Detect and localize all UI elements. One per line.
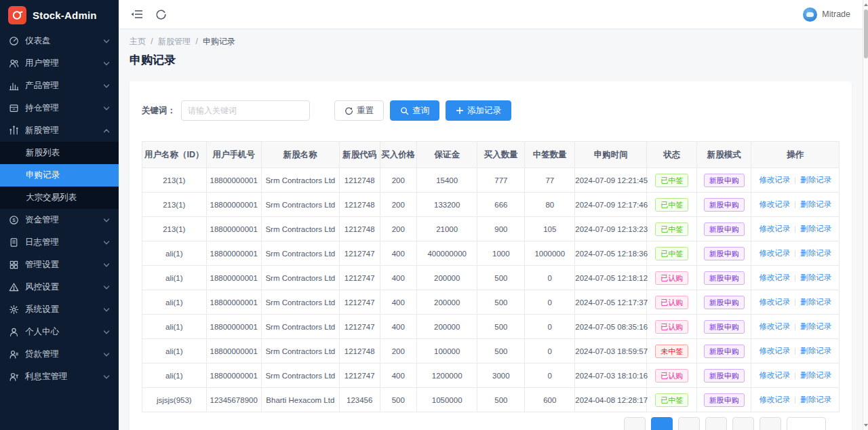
edit-record-link[interactable]: 修改记录 <box>759 395 790 404</box>
keyword-input[interactable] <box>181 100 310 121</box>
sidebar-item-12[interactable]: 利息宝管理 <box>0 366 119 388</box>
action-divider <box>795 299 795 306</box>
add-record-label: 添加记录 <box>467 105 501 117</box>
breadcrumb-home[interactable]: 主页 <box>130 37 146 46</box>
sidebar-subitem[interactable]: 大宗交易列表 <box>0 187 119 209</box>
profile-icon <box>9 327 19 337</box>
page-scrollbar[interactable] <box>863 0 868 430</box>
sidebar-subitem[interactable]: 新股列表 <box>0 142 119 164</box>
table-row: jsjsjs(953)12345678900 Bharti Hexacom Lt… <box>142 388 840 412</box>
action-divider <box>795 275 795 281</box>
scroll-down-icon[interactable] <box>864 424 868 427</box>
risk-icon <box>9 282 19 292</box>
delete-record-link[interactable]: 删除记录 <box>800 322 831 330</box>
delete-record-link[interactable]: 删除记录 <box>800 347 831 355</box>
action-divider <box>795 348 795 355</box>
table-row: ali(1)18800000001 Srm Contractors Ltd121… <box>142 266 840 290</box>
sidebar-item-7[interactable]: 管理设置 <box>0 254 119 276</box>
table-header-row: 用户名称（ID）用户手机号新股名称新股代码买入价格保证金买入数量中签数量申购时间… <box>142 142 840 168</box>
page-button[interactable] <box>651 417 673 430</box>
delete-record-link[interactable]: 删除记录 <box>800 224 831 233</box>
sidebar-item-label: 仪表盘 <box>25 35 103 47</box>
pagination <box>142 417 840 430</box>
page-button[interactable] <box>760 417 781 430</box>
sidebar-subitem[interactable]: 申购记录 <box>0 164 119 187</box>
column-header: 买入数量 <box>477 142 525 168</box>
sidebar-item-2[interactable]: 产品管理 <box>0 75 119 97</box>
sidebar-item-4[interactable]: 新股管理 <box>0 119 119 142</box>
collapse-sidebar-icon[interactable] <box>131 8 144 20</box>
sidebar-item-label: 资金管理 <box>25 214 103 226</box>
column-header: 新股模式 <box>697 142 751 168</box>
edit-record-link[interactable]: 修改记录 <box>759 298 790 306</box>
page-size-select[interactable] <box>787 417 826 430</box>
table-row: 213(1)18800000001 Srm Contractors Ltd121… <box>142 193 840 217</box>
table-row: 213(1)18800000001 Srm Contractors Ltd121… <box>142 168 840 193</box>
delete-record-link[interactable]: 删除记录 <box>800 395 831 404</box>
page-button[interactable] <box>678 417 700 430</box>
page-button[interactable] <box>624 417 646 430</box>
table-row: ali(1)18800000001 Srm Contractors Ltd121… <box>142 339 840 364</box>
sidebar-item-label: 新股管理 <box>25 125 103 136</box>
edit-record-link[interactable]: 修改记录 <box>759 371 790 379</box>
table-row: ali(1)18800000001 Srm Contractors Ltd121… <box>142 315 840 339</box>
delete-record-link[interactable]: 删除记录 <box>800 273 831 281</box>
delete-record-link[interactable]: 删除记录 <box>800 200 831 208</box>
sidebar-item-6[interactable]: 日志管理 <box>0 231 119 254</box>
sidebar-item-label: 贷款管理 <box>25 349 103 360</box>
reset-button[interactable]: 重置 <box>334 100 384 121</box>
scroll-up-icon[interactable] <box>864 3 868 6</box>
column-header: 新股名称 <box>261 142 339 168</box>
page-button[interactable] <box>705 417 727 430</box>
edit-record-link[interactable]: 修改记录 <box>759 200 790 208</box>
breadcrumb-separator: / <box>151 37 153 46</box>
refresh-icon[interactable] <box>155 8 169 20</box>
delete-record-link[interactable]: 删除记录 <box>800 371 831 379</box>
sidebar-item-11[interactable]: 贷款管理 <box>0 343 119 366</box>
sidebar-item-label: 个人中心 <box>25 326 103 338</box>
status-badge: 已认购 <box>655 369 688 383</box>
search-label: 查询 <box>412 105 429 117</box>
delete-record-link[interactable]: 删除记录 <box>800 176 831 184</box>
breadcrumb-section[interactable]: 新股管理 <box>158 37 191 46</box>
user-menu[interactable]: Mitrade <box>803 7 850 22</box>
delete-record-link[interactable]: 删除记录 <box>800 249 831 257</box>
topbar: Mitrade <box>119 0 863 28</box>
mode-badge: 新股申购 <box>704 198 745 212</box>
status-badge: 已中签 <box>655 247 688 260</box>
page-button[interactable] <box>732 417 754 430</box>
mode-badge: 新股申购 <box>704 345 745 358</box>
positions-icon <box>9 103 19 113</box>
sidebar-item-9[interactable]: 系统设置 <box>0 298 119 321</box>
sidebar-item-10[interactable]: 个人中心 <box>0 321 119 343</box>
status-badge: 已中签 <box>655 174 688 187</box>
scrollbar-thumb[interactable] <box>864 9 868 58</box>
action-divider <box>795 324 795 330</box>
edit-record-link[interactable]: 修改记录 <box>759 322 790 330</box>
action-divider <box>795 372 795 379</box>
sidebar-item-8[interactable]: 风控设置 <box>0 276 119 298</box>
sidebar-item-label: 产品管理 <box>25 80 103 92</box>
delete-record-link[interactable]: 删除记录 <box>800 298 831 306</box>
table-row: 213(1)18800000001 Srm Contractors Ltd121… <box>142 217 840 241</box>
column-header: 用户手机号 <box>206 142 261 168</box>
edit-record-link[interactable]: 修改记录 <box>759 273 790 281</box>
edit-record-link[interactable]: 修改记录 <box>759 347 790 355</box>
sidebar-item-0[interactable]: 仪表盘 <box>0 30 119 52</box>
new-stock-icon <box>9 125 19 136</box>
sidebar-item-5[interactable]: $ 资金管理 <box>0 209 119 231</box>
action-divider <box>795 226 795 233</box>
edit-record-link[interactable]: 修改记录 <box>759 224 790 233</box>
column-header: 保证金 <box>416 142 477 168</box>
sidebar: Stock-Admin 仪表盘 用户管理 产品管理 持仓管理 新股管理 新股列表… <box>0 0 119 430</box>
sidebar-item-3[interactable]: 持仓管理 <box>0 97 119 119</box>
sidebar-item-1[interactable]: 用户管理 <box>0 52 119 75</box>
search-button[interactable]: 查询 <box>390 100 439 121</box>
edit-record-link[interactable]: 修改记录 <box>759 176 790 184</box>
edit-record-link[interactable]: 修改记录 <box>759 249 790 257</box>
add-record-button[interactable]: 添加记录 <box>446 100 511 121</box>
sidebar-item-label: 日志管理 <box>25 237 103 248</box>
content-card: 关键词： 重置 查询 添加记 <box>130 81 852 430</box>
breadcrumb-separator: / <box>195 37 197 46</box>
products-icon <box>9 81 19 91</box>
